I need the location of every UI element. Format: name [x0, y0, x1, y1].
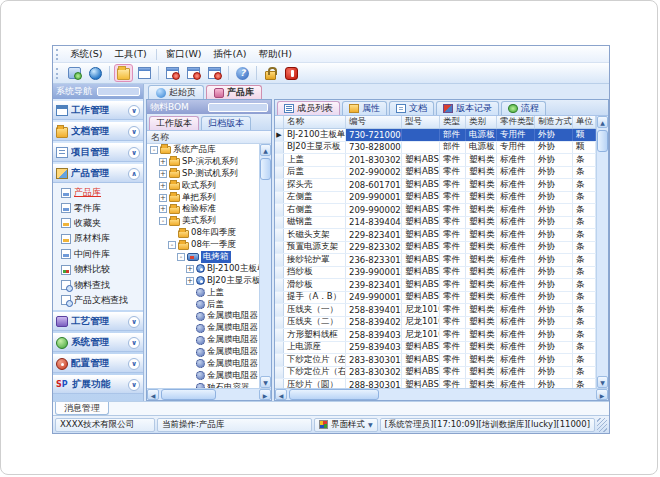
- pin-icon[interactable]: [97, 87, 140, 96]
- sidebar-item-原材料库[interactable]: 原材料库: [53, 231, 143, 246]
- message-manager-tab[interactable]: 消息管理: [55, 402, 109, 415]
- scroll-down-icon[interactable]: ▼: [597, 376, 608, 388]
- sidebar-section-扩展功能[interactable]: SP扩展功能∨: [53, 375, 143, 394]
- version-tab-归档版本[interactable]: 归档版本: [201, 116, 251, 130]
- detail-tab-文档[interactable]: 文档: [389, 101, 434, 115]
- detail-tab-属性[interactable]: 属性: [342, 101, 387, 115]
- tree-node-检验标准[interactable]: +检验标准: [147, 203, 259, 215]
- close-others-button[interactable]: [184, 64, 203, 82]
- collapse-icon[interactable]: -: [168, 241, 176, 249]
- tree-node-电烤箱[interactable]: -电烤箱: [147, 251, 259, 263]
- pin-icon[interactable]: [208, 103, 268, 112]
- column-header-单位[interactable]: 单位: [573, 116, 596, 128]
- chevron-down-icon[interactable]: ∨: [128, 105, 140, 117]
- ui-style-button[interactable]: 界面样式 ▼: [314, 418, 378, 432]
- table-row[interactable]: 右侧盖209-990002-01Z塑料ABS零件塑料类标准件外协条: [275, 204, 596, 217]
- tree-node-金属膜电阻器[interactable]: 金属膜电阻器: [147, 358, 259, 370]
- doc-tab-起始页[interactable]: 起始页: [148, 85, 204, 99]
- close-window-button[interactable]: [163, 64, 182, 82]
- chevron-down-icon[interactable]: ∨: [128, 358, 140, 370]
- scroll-left-icon[interactable]: ◀: [147, 389, 159, 400]
- column-header-名称[interactable]: 名称: [284, 116, 346, 128]
- tree-node-08年四季度[interactable]: 08年四季度: [147, 227, 259, 239]
- open-library-button[interactable]: [114, 64, 133, 82]
- table-row[interactable]: 压线夹（二）258-839402-00Z尼龙1010零件塑料类标准件外协条: [275, 317, 596, 330]
- expand-icon[interactable]: +: [159, 170, 167, 178]
- menu-item[interactable]: 窗口(W): [160, 47, 208, 62]
- tree-node-金属膜电阻器[interactable]: 金属膜电阻器: [147, 334, 259, 346]
- sidebar-section-工作管理[interactable]: 工作管理∨: [53, 101, 143, 120]
- tree-node-欧式系列[interactable]: +欧式系列: [147, 180, 259, 192]
- table-row[interactable]: 上盖201-830302-00Z塑料ABS零件塑料类标准件外协条: [275, 154, 596, 167]
- tree-node-美式系列[interactable]: -美式系列: [147, 215, 259, 227]
- tree-node-单把系列[interactable]: +单把系列: [147, 192, 259, 204]
- sidebar-item-产品文档查找[interactable]: 产品文档查找: [53, 293, 143, 308]
- column-header-型号[interactable]: 型号: [402, 116, 440, 128]
- expand-icon[interactable]: +: [159, 158, 167, 166]
- tree-node-金属膜电阻器[interactable]: 金属膜电阻器: [147, 310, 259, 322]
- table-row[interactable]: ▶BJ-2100主板单点730-721000-12Z部件电源板专用件外协颗: [275, 129, 596, 142]
- menu-item[interactable]: 帮助(H): [252, 47, 298, 62]
- table-row[interactable]: 接纱轮护罩236-823301-00Z塑料ABS零件塑料类标准件外协条: [275, 254, 596, 267]
- sidebar-section-产品管理[interactable]: 产品管理∧: [53, 164, 143, 183]
- table-row[interactable]: 滑纱板239-823401-00Z塑料ABS零件塑料类标准件外协条: [275, 279, 596, 292]
- table-row[interactable]: 下纱定位片（右）283-830302-00Z塑料ABS零件塑料类标准件外协条: [275, 367, 596, 380]
- column-header-类型[interactable]: 类型: [440, 116, 466, 128]
- sidebar-section-系统管理[interactable]: 系统管理∨: [53, 333, 143, 352]
- table-row[interactable]: 方形塑料线框258-839403-00Z尼龙1010零件塑料类标准件外协条: [275, 329, 596, 342]
- help-button[interactable]: ?: [233, 64, 252, 82]
- scroll-thumb[interactable]: [161, 389, 216, 400]
- menu-item[interactable]: 系统(S): [64, 47, 108, 62]
- tree-vertical-scrollbar[interactable]: ▲ ▼: [259, 144, 271, 388]
- collapse-icon[interactable]: -: [159, 217, 167, 225]
- tree-node-金属膜电阻器[interactable]: 金属膜电阻器: [147, 370, 259, 382]
- collapse-icon[interactable]: -: [177, 253, 185, 261]
- tree-node-系统产品库[interactable]: -系统产品库: [147, 144, 259, 156]
- table-horizontal-scrollbar[interactable]: ◀ ▶: [275, 388, 608, 400]
- scroll-right-icon[interactable]: ▶: [596, 389, 608, 400]
- resize-grip[interactable]: [597, 418, 607, 432]
- table-vertical-scrollbar[interactable]: ▲ ▼: [596, 116, 608, 388]
- table-row[interactable]: 左侧盖209-990001-01Z塑料ABS零件塑料类标准件外协条: [275, 192, 596, 205]
- table-row[interactable]: 挡纱板239-990001-01Z塑料ABS零件塑料类标准件外协条: [275, 267, 596, 280]
- sidebar-item-物料比较[interactable]: 物料比较: [53, 262, 143, 277]
- scroll-right-icon[interactable]: ▶: [259, 389, 271, 400]
- sidebar-section-文档管理[interactable]: 文档管理∨: [53, 122, 143, 141]
- expand-icon[interactable]: +: [159, 205, 167, 213]
- lock-button[interactable]: [261, 64, 280, 82]
- tree-node-SP-演示机系列[interactable]: +SP-演示机系列: [147, 156, 259, 168]
- table-row[interactable]: 压线夹（一）258-839401-00Z尼龙1010零件塑料类标准件外协条: [275, 304, 596, 317]
- sidebar-item-产品库[interactable]: 产品库: [53, 185, 143, 200]
- table-row[interactable]: 后盖202-990002-01Z塑料ABS零件塑料类标准件外协条: [275, 167, 596, 180]
- table-row[interactable]: 预置电源支架229-823302-00Z塑料ABS零件塑料类标准件外协条: [275, 242, 596, 255]
- tree-node-BJ-2100主板单点[interactable]: +BJ-2100主板单点: [147, 263, 259, 275]
- sidebar-section-项目管理[interactable]: 项目管理∨: [53, 143, 143, 162]
- tree-node-BJ20主显示板[interactable]: +BJ20主显示板: [147, 275, 259, 287]
- scroll-up-icon[interactable]: ▲: [260, 144, 271, 156]
- tree-column-header[interactable]: 名称: [147, 131, 271, 144]
- scroll-up-icon[interactable]: ▲: [597, 116, 608, 128]
- exit-button[interactable]: [282, 64, 301, 82]
- version-tab-工作版本[interactable]: 工作版本: [149, 116, 199, 130]
- table-row[interactable]: 磁钢盖214-839404-01Z塑料ABS零件塑料类标准件外协条: [275, 217, 596, 230]
- expand-icon[interactable]: +: [186, 277, 194, 285]
- expand-icon[interactable]: +: [159, 182, 167, 190]
- table-row[interactable]: BJ20主显示板730-828000-04Z部件电源板专用件外协颗: [275, 142, 596, 155]
- expand-icon[interactable]: +: [159, 194, 167, 202]
- tree-node-金属膜电阻器[interactable]: 金属膜电阻器: [147, 322, 259, 334]
- sidebar-item-物料查找[interactable]: 物料查找: [53, 277, 143, 292]
- detail-tab-流程[interactable]: 流程: [501, 101, 546, 115]
- tree-node-SP-测试机系列[interactable]: +SP-测试机系列: [147, 168, 259, 180]
- tree-node-独石电容器[interactable]: 独石电容器: [147, 382, 259, 388]
- sidebar-section-配置管理[interactable]: 配置管理∨: [53, 354, 143, 373]
- table-row[interactable]: 长磁头支架229-823401-00Z塑料ABS零件塑料类标准件外协条: [275, 229, 596, 242]
- column-header-编号[interactable]: 编号: [346, 116, 402, 128]
- column-header-类别[interactable]: 类别: [466, 116, 497, 128]
- tree-node-08年一季度[interactable]: -08年一季度: [147, 239, 259, 251]
- table-row[interactable]: 上电源座259-839403-00Z塑料ABS零件塑料类标准件外协条: [275, 342, 596, 355]
- scroll-thumb[interactable]: [289, 389, 379, 400]
- scroll-thumb[interactable]: [597, 130, 608, 152]
- tree-horizontal-scrollbar[interactable]: ◀ ▶: [147, 388, 271, 400]
- chevron-down-icon[interactable]: ∨: [128, 337, 140, 349]
- sidebar-item-中间件库[interactable]: 中间件库: [53, 247, 143, 262]
